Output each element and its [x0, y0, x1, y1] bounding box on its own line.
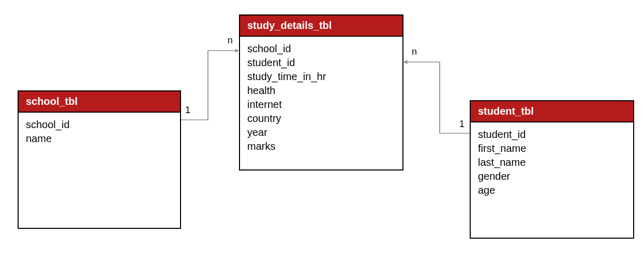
field: study_time_in_hr — [247, 70, 395, 84]
field: first_name — [478, 142, 626, 156]
entity-study-details: study_details_tbl school_id student_id s… — [239, 14, 403, 170]
field: internet — [247, 98, 395, 112]
er-diagram-canvas: 1 n n 1 school_tbl school_id name study_… — [0, 0, 644, 264]
cardinality-label-n-left: n — [228, 35, 233, 46]
field: marks — [247, 139, 395, 153]
entity-study-details-body: school_id student_id study_time_in_hr he… — [240, 37, 402, 159]
entity-school: school_tbl school_id name — [18, 90, 181, 229]
entity-student-header: student_tbl — [471, 101, 633, 122]
field: student_id — [478, 128, 626, 142]
field: last_name — [478, 156, 626, 169]
field: health — [247, 84, 395, 98]
field: gender — [478, 169, 626, 183]
field: school_id — [247, 42, 395, 56]
field: age — [478, 183, 626, 197]
entity-student: student_tbl student_id first_name last_n… — [470, 100, 634, 239]
entity-school-header: school_tbl — [19, 91, 180, 113]
cardinality-label-1-left: 1 — [185, 105, 190, 116]
entity-student-body: student_id first_name last_name gender a… — [471, 122, 633, 203]
cardinality-label-1-right: 1 — [459, 119, 465, 130]
entity-study-details-header: study_details_tbl — [240, 15, 402, 37]
field: student_id — [247, 56, 395, 70]
field: school_id — [26, 118, 173, 132]
cardinality-label-n-right: n — [412, 46, 417, 57]
field: year — [247, 126, 395, 139]
entity-school-body: school_id name — [19, 113, 180, 151]
field: name — [26, 132, 173, 146]
field: country — [247, 112, 395, 126]
